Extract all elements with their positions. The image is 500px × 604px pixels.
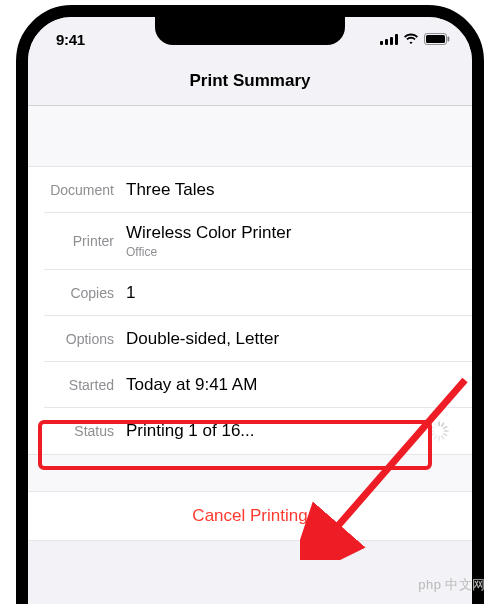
svg-rect-1 [385,39,388,45]
row-document-label: Document [44,182,126,198]
row-document-value: Three Tales [126,180,456,200]
row-options-value: Double-sided, Letter [126,329,456,349]
status-time: 9:41 [56,31,85,48]
page-title: Print Summary [28,71,472,91]
phone-frame: 9:41 Print Summary Document Three Tales … [16,5,484,604]
cancel-printing-button[interactable]: Cancel Printing [28,492,472,540]
svg-rect-5 [426,35,445,43]
row-options: Options Double-sided, Letter [44,316,472,362]
svg-line-9 [444,427,447,429]
svg-line-8 [442,423,444,426]
header: Print Summary [28,61,472,106]
row-printer: Printer Wireless Color Printer Office [44,213,472,270]
svg-line-18 [435,423,437,426]
row-copies: Copies 1 [44,270,472,316]
signal-icon [380,34,398,45]
row-status-value: Printing 1 of 16... [126,421,428,441]
svg-line-14 [435,436,437,439]
row-copies-label: Copies [44,285,126,301]
svg-line-12 [442,436,444,439]
row-printer-label: Printer [44,233,126,249]
notch [155,15,345,45]
row-status-label: Status [44,423,126,439]
status-indicators [380,33,450,45]
svg-line-11 [444,434,447,436]
svg-line-15 [431,434,434,436]
svg-rect-2 [390,37,393,45]
row-started-value: Today at 9:41 AM [126,375,456,395]
cancel-section: Cancel Printing [28,491,472,541]
svg-rect-3 [395,34,398,45]
summary-list: Document Three Tales Printer Wireless Co… [28,166,472,455]
svg-rect-0 [380,41,383,45]
row-started: Started Today at 9:41 AM [44,362,472,408]
battery-icon [424,33,450,45]
row-status: Status Printing 1 of 16... [44,408,472,454]
svg-line-17 [431,427,434,429]
wifi-icon [403,33,419,45]
content: Document Three Tales Printer Wireless Co… [28,106,472,541]
row-printer-sub: Office [126,245,291,259]
row-copies-value: 1 [126,283,456,303]
row-started-label: Started [44,377,126,393]
row-document: Document Three Tales [44,167,472,213]
svg-rect-6 [448,37,450,42]
row-printer-value: Wireless Color Printer [126,223,291,243]
row-options-label: Options [44,331,126,347]
spinner-icon [428,420,450,442]
watermark: php 中文网 [418,576,486,594]
